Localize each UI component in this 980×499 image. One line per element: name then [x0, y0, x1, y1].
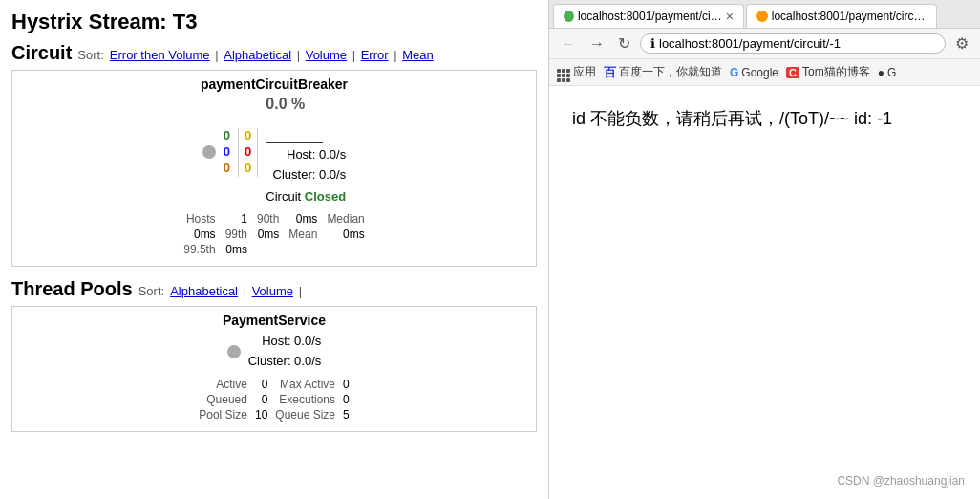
- left-panel: Hystrix Stream: T3 Circuit Sort: Error t…: [0, 0, 549, 499]
- bookmark-tom[interactable]: C Tom猫的博客: [786, 64, 870, 80]
- thread-stat-label-queued: Queued: [199, 393, 247, 406]
- sort-volume[interactable]: Volume: [306, 48, 347, 62]
- github-icon: ●: [878, 66, 884, 79]
- back-button[interactable]: ←: [557, 33, 580, 54]
- tab1-favicon: [564, 11, 574, 22]
- sort-error[interactable]: Error: [361, 48, 389, 62]
- address-text: localhost:8001/payment/circuit/-1: [659, 36, 935, 51]
- circuit-percent: 0.0 %: [266, 96, 346, 113]
- thread-stat-label-maxactive: Max Active: [275, 378, 335, 391]
- circuit-host-rate: Host: 0.0/s: [266, 145, 346, 165]
- thread-card-title: PaymentService: [22, 313, 526, 328]
- stat-pct-value-995: 0ms: [225, 243, 247, 256]
- thread-stat-label-executions: Executions: [275, 393, 335, 406]
- circuit-circle-indicator: [202, 145, 216, 159]
- circuit-num-green: 0: [224, 128, 230, 144]
- google-icon: G: [730, 66, 738, 79]
- circuit-sort-label: Sort:: [77, 48, 103, 62]
- thread-stat-label-queuesize: Queue Size: [275, 408, 335, 422]
- apps-icon: [557, 62, 570, 82]
- thread-cluster-rate: Cluster: 0.0/s: [248, 352, 322, 372]
- tab1-title: localhost:8001/payment/circu...: [578, 10, 722, 23]
- stat-value-mean: 0ms: [327, 228, 364, 241]
- circuit-numbers-divider: 0 0 0: [238, 128, 258, 177]
- thread-stat-value-maxactive: 0: [343, 378, 350, 391]
- browser-panel: localhost:8001/payment/circu... × localh…: [549, 0, 980, 499]
- stat-pct-label-99: 99th: [225, 228, 247, 241]
- browser-tabs-bar: localhost:8001/payment/circu... × localh…: [549, 0, 980, 29]
- circuit-card-title: paymentCircuitBreaker: [22, 76, 526, 92]
- address-bar[interactable]: ℹ localhost:8001/payment/circuit/-1: [640, 33, 946, 54]
- browser-bookmarks-bar: 应用 百 百度一下，你就知道 G Google C Tom猫的博客 ● G: [549, 59, 980, 86]
- app-title: Hystrix Stream: T3: [11, 10, 537, 34]
- sort-error-then-volume[interactable]: Error then Volume: [110, 48, 210, 62]
- thread-stats-row: Host: 0.0/s Cluster: 0.0/s: [22, 332, 526, 372]
- circuit-stats-row: 0 0 0 0 0 0 0.0 % Host: 0.0/s Cluster: 0…: [22, 96, 526, 208]
- stat-value-hosts: 1: [225, 212, 247, 226]
- thread-stat-label-poolsize: Pool Size: [199, 408, 247, 422]
- circuit-num-yellow2: 0: [245, 161, 251, 177]
- circuit-cluster-rate: Cluster: 0.0/s: [266, 165, 346, 185]
- browser-toolbar: ← → ↻ ℹ localhost:8001/payment/circuit/-…: [549, 29, 980, 59]
- stat-label-hosts: Hosts: [183, 212, 215, 226]
- circuit-status: Circuit Closed: [266, 187, 346, 207]
- csdn-watermark: CSDN @zhaoshuangjian: [837, 474, 965, 488]
- stat-pct-value-99: 0ms: [257, 228, 279, 241]
- thread-bottom-stats: Active 0 Max Active 0 Queued 0 Execution…: [22, 378, 526, 422]
- browser-tab-2[interactable]: localhost:8001/payment/circu...: [746, 4, 937, 28]
- thread-stat-value-queuesize: 5: [343, 408, 350, 422]
- thread-stat-value-active: 0: [255, 378, 267, 391]
- circuit-num-orange: 0: [224, 161, 230, 177]
- circuit-num-yellow: 0: [245, 128, 251, 144]
- thread-sort-label: Sort:: [138, 284, 164, 298]
- thread-stat-value-queued: 0: [255, 393, 267, 406]
- sort-mean[interactable]: Mean: [402, 48, 434, 62]
- bookmark-google[interactable]: G Google: [730, 66, 778, 79]
- circuit-section-header: Circuit Sort: Error then Volume | Alphab…: [11, 42, 537, 64]
- thread-stat-value-poolsize: 10: [255, 408, 267, 422]
- tab1-close-icon[interactable]: ×: [726, 9, 734, 24]
- reload-button[interactable]: ↻: [614, 33, 634, 54]
- circuit-numbers-left: 0 0 0: [224, 128, 230, 177]
- circuit-sort-links: Error then Volume | Alphabetical | Volum…: [110, 48, 434, 62]
- circuit-rates: Host: 0.0/s Cluster: 0.0/s Circuit Close…: [266, 145, 346, 206]
- stat-pct-label-90: 90th: [257, 212, 279, 226]
- bookmark-apps[interactable]: 应用: [557, 62, 596, 82]
- browser-tab-1[interactable]: localhost:8001/payment/circu... ×: [553, 4, 744, 28]
- circuit-status-value: Closed: [305, 189, 346, 204]
- circuit-section-label: Circuit: [11, 42, 72, 64]
- browser-content: id 不能负数，请稍后再试，/(ToT)/~~ id: -1 CSDN @zha…: [549, 86, 980, 499]
- thread-pools-section-header: Thread Pools Sort: Alphabetical | Volume…: [11, 278, 537, 300]
- stat-label-mean: Mean: [288, 228, 317, 241]
- forward-button[interactable]: →: [586, 33, 608, 54]
- circuit-sparkline: [266, 115, 323, 143]
- thread-rates: Host: 0.0/s Cluster: 0.0/s: [248, 332, 322, 372]
- tab2-favicon: [756, 11, 768, 22]
- tom-icon: C: [786, 67, 799, 78]
- circuit-percent-rates: 0.0 % Host: 0.0/s Cluster: 0.0/s Circuit…: [266, 96, 346, 208]
- stat-value-median: 0ms: [183, 228, 215, 241]
- stat-label-median: Median: [327, 212, 364, 226]
- thread-pool-card: PaymentService Host: 0.0/s Cluster: 0.0/…: [11, 306, 537, 432]
- stat-pct-value-90: 0ms: [288, 212, 317, 226]
- circuit-card: paymentCircuitBreaker 0 0 0 0 0 0 0.0 % …: [11, 70, 537, 267]
- circuit-num-blue: 0: [224, 144, 230, 161]
- thread-sort-volume[interactable]: Volume: [252, 284, 293, 298]
- circuit-num-red: 0: [245, 144, 251, 161]
- thread-sort-alphabetical[interactable]: Alphabetical: [170, 284, 238, 298]
- lock-icon: ℹ: [650, 36, 655, 51]
- baidu-icon: 百: [604, 64, 616, 81]
- circuit-bottom-stats: Hosts 1 90th 0ms Median 0ms 99th 0ms Mea…: [22, 212, 526, 256]
- thread-stat-value-executions: 0: [343, 393, 350, 406]
- extensions-button[interactable]: ⚙: [951, 33, 972, 54]
- thread-sort-links: Alphabetical | Volume |: [170, 284, 304, 298]
- bookmark-baidu[interactable]: 百 百度一下，你就知道: [604, 64, 722, 81]
- sort-alphabetical[interactable]: Alphabetical: [224, 48, 291, 62]
- page-message: id 不能负数，请稍后再试，/(ToT)/~~ id: -1: [572, 105, 957, 133]
- tab2-title: localhost:8001/payment/circu...: [772, 10, 927, 23]
- thread-host-rate: Host: 0.0/s: [248, 332, 322, 352]
- stat-pct-label-995: 99.5th: [183, 243, 215, 256]
- thread-stat-label-active: Active: [199, 378, 247, 391]
- thread-circle-indicator: [227, 345, 241, 358]
- bookmark-github[interactable]: ● G: [878, 66, 897, 79]
